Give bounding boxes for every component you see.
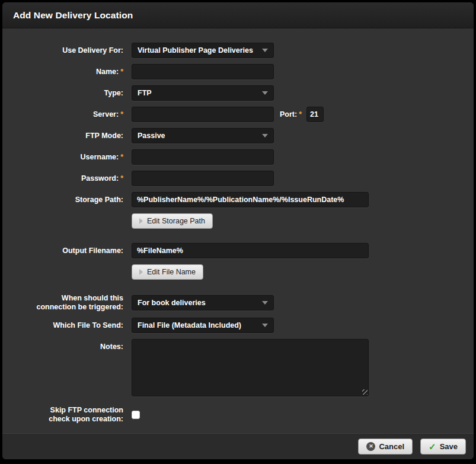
server-label: Server:* (2, 110, 123, 119)
server-field[interactable] (132, 107, 274, 122)
dialog-title: Add New Delivery Location (13, 10, 133, 21)
required-asterisk: * (299, 110, 302, 119)
dialog-header: Add New Delivery Location (2, 2, 474, 28)
cancel-button[interactable]: ✕ Cancel (358, 439, 413, 455)
username-field[interactable] (132, 149, 274, 165)
trigger-label: When should this connection be triggered… (2, 294, 123, 312)
triangle-right-icon (139, 269, 143, 275)
name-field[interactable] (132, 64, 274, 79)
row-storage-path: Storage Path: (2, 192, 474, 207)
chevron-down-icon (262, 134, 268, 137)
row-notes: Notes: (2, 339, 474, 396)
type-value: FTP (138, 89, 258, 97)
required-asterisk: * (120, 174, 123, 183)
edit-storage-path-button-label: Edit Storage Path (147, 217, 205, 225)
dialog-footer: ✕ Cancel ✓ Save (2, 433, 474, 459)
row-name: Name:* (2, 64, 474, 79)
skip-check-label: Skip FTP connection check upon creation: (2, 406, 123, 424)
trigger-select[interactable]: For book deliveries (132, 295, 274, 311)
row-type: Type: FTP (2, 85, 474, 101)
password-label: Password:* (2, 174, 123, 183)
row-output-filename: Output Filename: (2, 243, 474, 258)
use-delivery-for-select[interactable]: Virtual Publisher Page Deliveries (132, 43, 274, 58)
row-which-file: Which File To Send: Final File (Metadata… (2, 318, 474, 333)
save-button-label: Save (440, 442, 458, 451)
check-icon: ✓ (429, 442, 436, 451)
skip-check-checkbox[interactable] (132, 411, 140, 419)
which-file-label: Which File To Send: (2, 321, 123, 330)
storage-path-label: Storage Path: (2, 196, 123, 204)
chevron-down-icon (262, 49, 268, 52)
edit-storage-path-button[interactable]: Edit Storage Path (132, 213, 213, 229)
edit-file-name-button-label: Edit File Name (147, 268, 196, 276)
name-label: Name:* (2, 68, 123, 76)
row-edit-storage-path: Edit Storage Path (2, 213, 474, 229)
triangle-right-icon (139, 218, 143, 224)
notes-field[interactable] (132, 339, 369, 396)
row-password: Password:* (2, 171, 474, 186)
use-delivery-for-label: Use Delivery For: (2, 46, 123, 55)
dialog-body: Use Delivery For: Virtual Publisher Page… (2, 28, 474, 433)
storage-path-field[interactable] (132, 192, 369, 207)
save-button[interactable]: ✓ Save (420, 439, 466, 455)
use-delivery-for-value: Virtual Publisher Page Deliveries (138, 46, 258, 55)
cancel-button-label: Cancel (379, 442, 404, 451)
row-skip-check: Skip FTP connection check upon creation: (2, 406, 474, 424)
edit-file-name-button[interactable]: Edit File Name (132, 264, 203, 280)
chevron-down-icon (262, 91, 268, 95)
type-label: Type: (2, 89, 123, 98)
required-asterisk: * (120, 110, 123, 119)
port-field[interactable] (306, 107, 324, 122)
chevron-down-icon (262, 301, 268, 305)
required-asterisk: * (120, 153, 123, 161)
cancel-circle-x-icon: ✕ (366, 442, 375, 451)
ftp-mode-value: Passive (138, 132, 258, 140)
required-asterisk: * (120, 68, 123, 76)
which-file-select[interactable]: Final File (Metadata Included) (132, 318, 274, 333)
ftp-mode-select[interactable]: Passive (132, 128, 274, 143)
row-trigger: When should this connection be triggered… (2, 294, 474, 312)
row-ftp-mode: FTP Mode: Passive (2, 128, 474, 143)
add-delivery-location-dialog: Add New Delivery Location Use Delivery F… (2, 2, 474, 459)
which-file-value: Final File (Metadata Included) (138, 321, 258, 329)
ftp-mode-label: FTP Mode: (2, 132, 123, 140)
output-filename-label: Output Filename: (2, 247, 123, 255)
row-edit-file-name: Edit File Name (2, 264, 474, 280)
notes-label: Notes: (2, 339, 123, 351)
chevron-down-icon (262, 324, 268, 327)
port-label: Port:* (280, 110, 302, 119)
row-use-delivery-for: Use Delivery For: Virtual Publisher Page… (2, 43, 474, 58)
password-field[interactable] (132, 171, 274, 186)
output-filename-field[interactable] (132, 243, 369, 258)
type-select[interactable]: FTP (132, 85, 274, 101)
trigger-value: For book deliveries (138, 299, 258, 307)
row-username: Username:* (2, 149, 474, 165)
username-label: Username:* (2, 153, 123, 162)
row-server-port: Server:* Port:* (2, 107, 474, 122)
